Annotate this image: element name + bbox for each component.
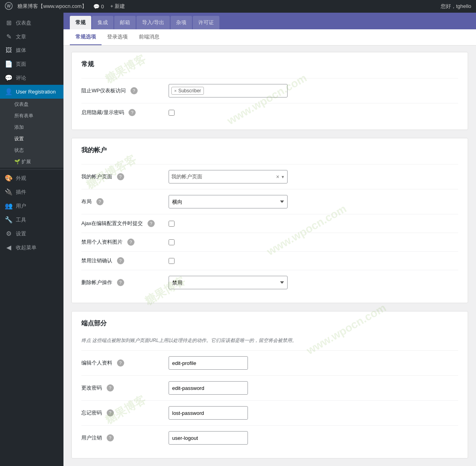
sub-tab-bar: 常规选项 登录选项 前端消息	[63, 29, 476, 46]
field-label-user-logout: 用户注销 ?	[81, 434, 169, 441]
field-label-lost-password: 忘记密码 ?	[81, 409, 169, 416]
main-content: 常规 集成 邮箱 导入/导出 杂项 许可证 常规选项 登录选项 前端消息 糖果博…	[63, 13, 476, 466]
page-wrap: 糖果博客 www.wpocn.com 糖果博客客 www.wpocn.com 糖…	[63, 46, 476, 466]
help-edit-password[interactable]: ?	[107, 384, 114, 392]
submenu-settings[interactable]: 设置	[0, 133, 63, 145]
field-row-user-logout: 用户注销 ?	[81, 425, 458, 450]
help-user-logout[interactable]: ?	[107, 434, 114, 441]
field-control-block-dashboard: × Subscriber	[169, 84, 458, 97]
field-control-disable-cancel-confirm	[169, 258, 458, 264]
main-tab-bar: 常规 集成 邮箱 导入/导出 杂项 许可证	[63, 13, 476, 29]
input-edit-profile[interactable]	[169, 356, 248, 370]
field-row-edit-profile: 编辑个人资料 ?	[81, 350, 458, 375]
wp-wrap: ⊞ 仪表盘 ✎ 文章 🖼 媒体 📄 页面 💬 评论 👤 User Registr…	[0, 0, 476, 466]
checkbox-show-hide-password[interactable]	[169, 110, 175, 116]
field-control-edit-profile	[169, 356, 458, 370]
comments-link[interactable]: 💬 0	[93, 4, 104, 10]
svg-text:W: W	[7, 4, 11, 8]
plugins-icon: 🔌	[5, 188, 13, 196]
field-label-block-dashboard: 阻止WP仪表板访问 ?	[81, 87, 169, 94]
sidebar-item-settings[interactable]: ⚙ 设置	[0, 227, 63, 241]
select2-my-account-page[interactable]: 我的帐户页面 × ▼	[169, 170, 288, 183]
help-delete-account-action[interactable]: ?	[117, 279, 124, 286]
field-row-my-account-page: 我的帐户页面 ? 我的帐户页面 × ▼	[81, 164, 458, 189]
field-control-edit-password	[169, 381, 458, 395]
tag-input-block-dashboard[interactable]: × Subscriber	[169, 84, 288, 97]
field-label-edit-password: 更改密码 ?	[81, 384, 169, 392]
tab-general[interactable]: 常规	[70, 16, 91, 29]
select2-clear-my-account[interactable]: ×	[276, 174, 279, 180]
field-control-lost-password	[169, 406, 458, 420]
field-label-ajax-submit: Ajax在编辑配置文件时提交 ?	[81, 220, 169, 227]
submenu-status[interactable]: 状态	[0, 145, 63, 156]
sidebar-item-user-registration[interactable]: 👤 User Registration	[0, 85, 63, 99]
sidebar-item-appearance[interactable]: 🎨 外观	[0, 171, 63, 185]
field-label-layout: 布局 ?	[81, 198, 169, 205]
sidebar-item-users[interactable]: 👥 用户	[0, 199, 63, 213]
field-row-edit-password: 更改密码 ?	[81, 375, 458, 400]
wp-logo-icon[interactable]: W	[5, 2, 13, 11]
field-label-delete-account-action: 删除帐户操作 ?	[81, 279, 169, 286]
help-edit-profile[interactable]: ?	[117, 359, 124, 367]
sidebar-item-pages[interactable]: 📄 页面	[0, 57, 63, 71]
checkbox-disable-cancel-confirm[interactable]	[169, 258, 175, 264]
tab-misc[interactable]: 杂项	[171, 16, 192, 29]
field-label-my-account-page: 我的帐户页面 ?	[81, 173, 169, 180]
select2-arrow-my-account[interactable]: ▼	[281, 175, 285, 179]
submenu-forms[interactable]: 所有表单	[0, 110, 63, 122]
checkbox-disable-profile-picture[interactable]	[169, 239, 175, 245]
submenu-add[interactable]: 添加	[0, 122, 63, 133]
settings-icon: ⚙	[5, 230, 13, 237]
help-block-dashboard[interactable]: ?	[131, 87, 138, 94]
section-general-title: 常规	[81, 60, 458, 72]
section-my-account: 我的帐户 我的帐户页面 ? 我的帐户页面 × ▼	[71, 138, 468, 303]
pages-icon: 📄	[5, 60, 13, 68]
site-name[interactable]: 糖果博客【www.wpocn.com】	[17, 3, 87, 10]
select-delete-account-action[interactable]: 禁用 删除账户	[169, 276, 288, 289]
comment-bubble-icon: 💬	[93, 4, 100, 10]
sidebar-item-media[interactable]: 🖼 媒体	[0, 44, 63, 57]
subtab-login-options[interactable]: 登录选项	[102, 29, 133, 45]
tag-subscriber: × Subscriber	[171, 87, 204, 95]
input-lost-password[interactable]	[169, 406, 248, 420]
submenu-extend[interactable]: 🌱 扩展	[0, 156, 63, 168]
help-my-account-page[interactable]: ?	[117, 173, 124, 180]
menu-separator	[0, 169, 63, 170]
help-show-hide-password[interactable]: ?	[129, 109, 136, 116]
new-content-link[interactable]: + 新建	[110, 3, 125, 10]
field-control-show-hide-password	[169, 110, 458, 116]
subtab-general-options[interactable]: 常规选项	[70, 29, 102, 45]
help-lost-password[interactable]: ?	[107, 409, 114, 416]
tag-remove-subscriber[interactable]: ×	[174, 88, 177, 93]
select-layout[interactable]: 横向 纵向	[169, 195, 288, 208]
sidebar-item-comments[interactable]: 💬 评论	[0, 71, 63, 85]
field-label-disable-cancel-confirm: 禁用注销确认 ?	[81, 257, 169, 264]
field-control-disable-profile-picture	[169, 239, 458, 245]
tab-license[interactable]: 许可证	[193, 16, 219, 29]
input-user-logout[interactable]	[169, 431, 248, 445]
help-layout[interactable]: ?	[96, 198, 104, 205]
section-endpoints: 端点部分 终点 这些端点被附加到账户页面URL上用以处理待走的动作。它们应该都是…	[71, 311, 468, 458]
dashboard-icon: ⊞	[5, 19, 13, 27]
field-label-show-hide-password: 启用隐藏/显示密码 ?	[81, 109, 169, 116]
sidebar-item-posts[interactable]: ✎ 文章	[0, 30, 63, 44]
users-icon: 👥	[5, 202, 13, 210]
sidebar-item-dashboard[interactable]: ⊞ 仪表盘	[0, 16, 63, 30]
subtab-frontend-messages[interactable]: 前端消息	[133, 29, 165, 45]
sidebar-item-plugins[interactable]: 🔌 插件	[0, 185, 63, 199]
tab-integration[interactable]: 集成	[92, 16, 113, 29]
help-ajax-submit[interactable]: ?	[148, 220, 155, 227]
tools-icon: 🔧	[5, 216, 13, 223]
input-edit-password[interactable]	[169, 381, 248, 395]
submenu-dashboard[interactable]: 仪表盘	[0, 99, 63, 110]
field-row-block-dashboard: 阻止WP仪表板访问 ? × Subscriber	[81, 78, 458, 103]
sidebar-item-collapse[interactable]: ◀ 收起菜单	[0, 241, 63, 254]
checkbox-ajax-submit[interactable]	[169, 221, 175, 227]
tab-email[interactable]: 邮箱	[114, 16, 136, 29]
help-disable-profile-picture[interactable]: ?	[127, 239, 134, 246]
sidebar-item-tools[interactable]: 🔧 工具	[0, 213, 63, 227]
tab-import-export[interactable]: 导入/导出	[136, 16, 170, 29]
help-disable-cancel-confirm[interactable]: ?	[117, 257, 124, 264]
field-label-edit-profile: 编辑个人资料 ?	[81, 359, 169, 367]
appearance-icon: 🎨	[5, 174, 13, 182]
